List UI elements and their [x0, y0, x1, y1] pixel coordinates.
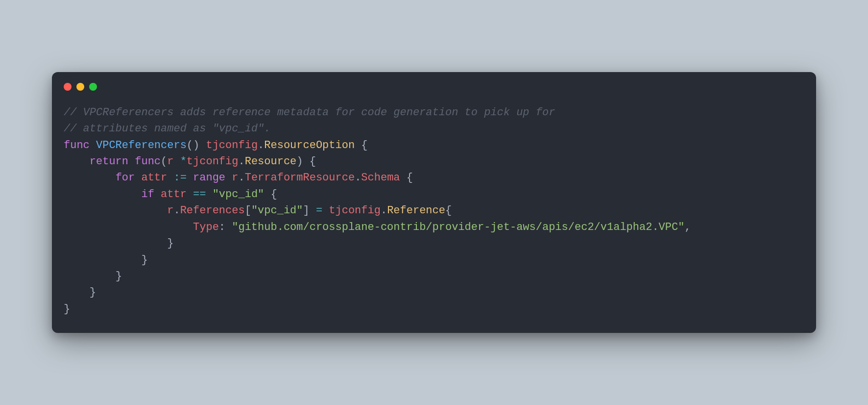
indent [64, 270, 116, 282]
traffic-light-minimize-icon[interactable] [76, 83, 84, 91]
code-block: // VPCReferencers adds reference metadat… [52, 91, 816, 333]
traffic-light-close-icon[interactable] [64, 83, 72, 91]
punct: { [264, 188, 277, 201]
space [173, 155, 180, 168]
indent [64, 286, 90, 299]
string: "github.com/crossplane-contrib/provider-… [232, 221, 684, 233]
indent [64, 221, 193, 233]
space [135, 172, 141, 184]
indent [64, 155, 90, 168]
op-star: * [180, 155, 187, 168]
space [154, 188, 161, 201]
field: Type [193, 221, 219, 233]
space [225, 172, 232, 184]
punct: } [64, 303, 70, 315]
kw-func: func [64, 139, 90, 152]
punct: . [381, 204, 387, 217]
window-titlebar [52, 72, 816, 91]
punct: , [684, 221, 691, 233]
string: "vpc_id" [251, 204, 303, 217]
punct: { [400, 172, 413, 184]
punct: : [219, 221, 232, 233]
indent [64, 254, 141, 266]
kw-for: for [116, 172, 135, 184]
var: attr [141, 172, 167, 184]
indent [64, 237, 167, 250]
param: r [167, 155, 173, 168]
op-decl: := [173, 172, 186, 184]
indent [64, 172, 116, 184]
fn-name: VPCReferencers [96, 139, 187, 152]
punct: { [355, 139, 367, 152]
kw-range: range [193, 172, 225, 184]
prop: TerraformResource [245, 172, 355, 184]
punct: ( [161, 155, 167, 168]
kw-if: if [141, 188, 154, 201]
space [128, 155, 135, 168]
type-namespace: tjconfig [206, 139, 258, 152]
code-comment: // VPCReferencers adds reference metadat… [64, 106, 555, 119]
traffic-light-zoom-icon[interactable] [89, 83, 97, 91]
var: r [232, 172, 238, 184]
punct: { [445, 204, 452, 217]
code-comment: // attributes named as "vpc_id". [64, 123, 270, 135]
type-name: Reference [387, 204, 445, 217]
punct: ] [303, 204, 316, 217]
punct: ) { [296, 155, 316, 168]
op-assign: = [316, 204, 322, 217]
space [206, 188, 212, 201]
type-namespace: tjconfig [187, 155, 239, 168]
kw-return: return [90, 155, 128, 168]
punct: . [173, 204, 180, 217]
kw-func: func [135, 155, 161, 168]
space [322, 204, 329, 217]
var: r [167, 204, 173, 217]
var: attr [161, 188, 187, 201]
space [167, 172, 173, 184]
string: "vpc_id" [213, 188, 265, 201]
op-eq: == [193, 188, 206, 201]
type-name: ResourceOption [264, 139, 355, 152]
indent [64, 188, 141, 201]
punct: . [238, 155, 244, 168]
punct: } [167, 237, 173, 250]
code-window: // VPCReferencers adds reference metadat… [52, 72, 816, 333]
punct: . [258, 139, 264, 152]
prop: References [180, 204, 245, 217]
punct: . [355, 172, 361, 184]
punct: } [116, 270, 122, 282]
space [187, 188, 193, 201]
prop: Schema [361, 172, 400, 184]
punct: () [187, 139, 206, 152]
type-name: Resource [245, 155, 297, 168]
indent [64, 204, 167, 217]
type-namespace: tjconfig [329, 204, 381, 217]
space [187, 172, 193, 184]
punct: } [90, 286, 96, 299]
punct: . [238, 172, 244, 184]
punct: } [141, 254, 147, 266]
punct: [ [245, 204, 251, 217]
